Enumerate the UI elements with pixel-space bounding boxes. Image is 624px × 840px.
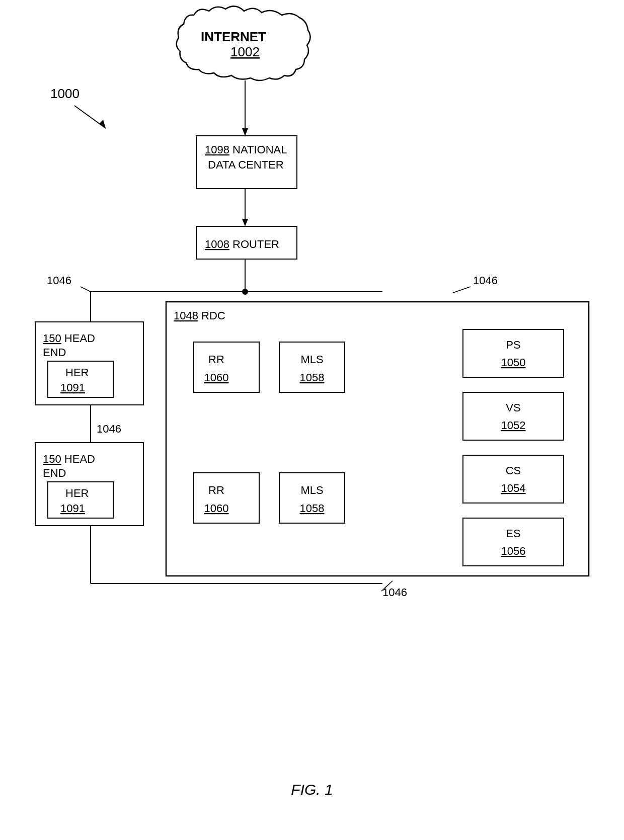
svg-rect-37 xyxy=(194,342,259,392)
svg-text:1050: 1050 xyxy=(501,356,526,369)
svg-rect-49 xyxy=(463,455,564,503)
svg-text:1048
         RDC: 1048 RDC xyxy=(174,309,225,322)
svg-text:ES: ES xyxy=(506,527,520,540)
vs-box: VS 1052 xyxy=(463,392,564,440)
svg-text:END: END xyxy=(43,346,66,359)
mls-2-box: MLS 1058 xyxy=(279,473,345,523)
svg-rect-58 xyxy=(279,473,345,523)
svg-line-17 xyxy=(453,287,471,293)
internet-cloud: INTERNET 1002 xyxy=(177,6,310,80)
label-1046-topleft: 1046 xyxy=(47,274,71,287)
svg-text:1098
         NATIONAL: 1098 NATIONAL xyxy=(205,143,287,156)
mls-1-box: MLS 1058 xyxy=(279,342,345,392)
es-box: ES 1056 xyxy=(463,518,564,566)
svg-text:1058: 1058 xyxy=(300,371,325,384)
svg-rect-52 xyxy=(463,518,564,566)
head-end-2-box: 150 HEAD END HER 1091 xyxy=(35,443,143,526)
svg-text:MLS: MLS xyxy=(300,484,323,496)
svg-rect-35 xyxy=(166,302,589,576)
fig-caption: FIG. 1 xyxy=(291,781,333,798)
svg-text:1091: 1091 xyxy=(60,502,85,515)
svg-line-0 xyxy=(74,106,106,128)
svg-text:1054: 1054 xyxy=(501,482,526,494)
svg-rect-43 xyxy=(463,329,564,377)
router-box: 1008 ROUTER xyxy=(196,226,297,259)
svg-rect-40 xyxy=(279,342,345,392)
rdc-outer-box: 1048 RDC xyxy=(166,302,589,576)
svg-rect-55 xyxy=(194,473,259,523)
network-diagram: 1000 INTERNET 1002 1098 NATIONAL DATA CE… xyxy=(0,0,624,805)
national-data-center-box: 1098 NATIONAL DATA CENTER xyxy=(196,136,297,189)
svg-text:150
         HEAD: 150 HEAD xyxy=(43,453,95,465)
svg-text:1002: 1002 xyxy=(230,44,260,59)
svg-marker-5 xyxy=(242,128,248,136)
svg-text:1058: 1058 xyxy=(300,502,325,515)
label-1046-topright: 1046 xyxy=(473,274,498,287)
svg-text:1052: 1052 xyxy=(501,419,526,432)
ps-box: PS 1050 xyxy=(463,329,564,377)
svg-text:1056: 1056 xyxy=(501,545,526,557)
head-end-1-box: 150 HEAD END HER 1091 xyxy=(35,322,143,405)
label-1046-middle: 1046 xyxy=(97,423,121,435)
cs-box: CS 1054 xyxy=(463,455,564,503)
svg-text:VS: VS xyxy=(506,401,520,414)
svg-text:1008
         ROUTER: 1008 ROUTER xyxy=(205,238,279,250)
svg-text:END: END xyxy=(43,467,66,479)
svg-text:HER: HER xyxy=(65,366,89,379)
svg-text:HER: HER xyxy=(65,487,89,499)
svg-text:RR: RR xyxy=(208,484,224,496)
rr-2-box: RR 1060 xyxy=(194,473,259,523)
svg-text:1091: 1091 xyxy=(60,381,85,394)
figure-id-label: 1000 xyxy=(50,86,80,101)
svg-text:INTERNET: INTERNET xyxy=(201,29,266,44)
svg-line-15 xyxy=(81,287,91,292)
svg-text:1060: 1060 xyxy=(204,502,229,515)
label-1046-bottom: 1046 xyxy=(382,586,407,599)
svg-text:PS: PS xyxy=(506,339,520,351)
svg-text:CS: CS xyxy=(506,464,521,477)
svg-text:1060: 1060 xyxy=(204,371,229,384)
diagram-container: 1000 INTERNET 1002 1098 NATIONAL DATA CE… xyxy=(0,0,624,805)
rr-1-box: RR 1060 xyxy=(194,342,259,392)
svg-text:150
         HEAD: 150 HEAD xyxy=(43,332,95,345)
svg-text:DATA CENTER: DATA CENTER xyxy=(208,158,284,171)
svg-marker-10 xyxy=(242,219,248,226)
svg-text:RR: RR xyxy=(208,353,224,366)
svg-marker-1 xyxy=(100,120,106,128)
svg-text:MLS: MLS xyxy=(300,353,323,366)
svg-rect-46 xyxy=(463,392,564,440)
